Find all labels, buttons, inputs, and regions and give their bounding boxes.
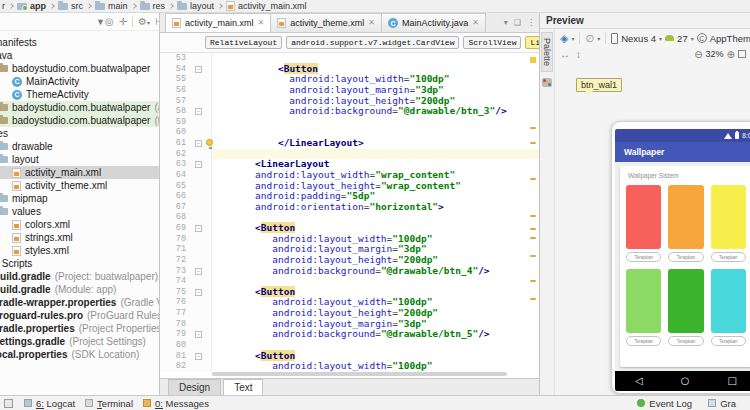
tree-item[interactable]: proguard-rules.pro(ProGuard Rules for ap… xyxy=(0,309,159,322)
code-line[interactable] xyxy=(212,340,539,351)
statusbar-item-messages[interactable]: 0: Messages xyxy=(143,398,209,409)
editor-tab[interactable]: activity_main.xml✕ xyxy=(165,13,271,32)
zoom-fit-icon[interactable] xyxy=(738,50,746,58)
code-line[interactable]: android:background="@drawable/btn_3"/> xyxy=(212,106,539,117)
tree-item[interactable]: drawable xyxy=(0,140,159,153)
code-line[interactable]: </LinearLayout> xyxy=(212,138,539,149)
breadcrumb-item[interactable]: app xyxy=(17,1,46,11)
breadcrumb-item[interactable]: main xyxy=(95,1,128,11)
tree-item[interactable]: badoystudio.com.buatwalpaper xyxy=(0,62,159,75)
tree-item[interactable]: values xyxy=(0,205,159,218)
chevron-down-icon[interactable]: ▾ xyxy=(597,35,600,42)
tree-item[interactable]: mipmap xyxy=(0,192,159,205)
orientation-layers-icon[interactable]: ◈ xyxy=(560,33,568,44)
warning-stripe-mark[interactable] xyxy=(530,178,536,180)
warning-stripe-mark[interactable] xyxy=(530,280,536,282)
tree-item[interactable]: build.gradle(Module: app) xyxy=(0,283,159,296)
tree-item[interactable]: manifests xyxy=(0,36,159,49)
code-lines[interactable]: <Button android:layout_width="100dp" and… xyxy=(212,53,539,372)
tree-item[interactable]: strings.xml xyxy=(0,231,159,244)
code-line[interactable]: android:orientation="horizontal"> xyxy=(212,202,539,213)
fold-marker-icon[interactable]: – xyxy=(195,353,202,360)
scrollbar-thumb[interactable] xyxy=(212,372,507,376)
fold-marker-icon[interactable]: – xyxy=(195,289,202,296)
warning-stripe-mark[interactable] xyxy=(530,255,536,257)
settings-gear-icon[interactable]: ⚙▾ xyxy=(138,16,150,27)
fold-marker-icon[interactable]: – xyxy=(195,331,202,338)
tree-item[interactable]: Gradle Scripts xyxy=(0,257,159,270)
palette-icon[interactable] xyxy=(542,78,552,87)
tag-breadcrumb-chip[interactable]: RelativeLayout xyxy=(205,36,282,49)
chevron-down-icon[interactable]: ▾ xyxy=(504,18,508,27)
device-phone-icon[interactable] xyxy=(611,33,618,44)
code-line[interactable]: android:layout_width="100dp" xyxy=(212,361,539,372)
code-line[interactable]: android:background="@drawable/btn_5"/> xyxy=(212,329,539,340)
warning-stripe-mark[interactable] xyxy=(530,228,536,230)
chevron-down-icon[interactable]: ▾ xyxy=(659,35,662,42)
breadcrumb-item[interactable]: res xyxy=(140,1,166,11)
file-status-marker[interactable] xyxy=(530,57,536,63)
tab-text[interactable]: Text xyxy=(223,379,263,395)
tree-item[interactable]: gradle-wrapper.properties(Gradle Version… xyxy=(0,296,159,309)
night-mode-icon[interactable]: ∅ xyxy=(585,33,594,44)
editor-tab[interactable]: activity_theme.xml✕ xyxy=(270,13,382,32)
tree-item[interactable]: badoystudio.com.buatwalpaper(androidTest… xyxy=(0,101,159,114)
tag-breadcrumb-chip[interactable]: ScrollView xyxy=(463,36,521,49)
tab-palette[interactable]: Palette xyxy=(541,32,553,72)
fold-marker-icon[interactable]: – xyxy=(195,161,202,168)
tree-item[interactable]: ThemeActivity xyxy=(0,88,159,101)
collapse-all-icon[interactable]: ✛ xyxy=(119,16,127,27)
editor-tab[interactable]: MainActivity.java✕ xyxy=(381,13,486,32)
resize-vertical-icon[interactable]: ↕ xyxy=(576,49,581,60)
breadcrumb-item[interactable]: layout xyxy=(177,1,214,11)
breadcrumb-item[interactable]: r xyxy=(2,1,5,11)
project-view-chevron-down-icon[interactable]: ▼ xyxy=(96,17,105,27)
close-icon[interactable]: ✕ xyxy=(368,19,375,27)
fold-marker-icon[interactable]: – xyxy=(195,66,202,73)
fold-marker-icon[interactable]: – xyxy=(195,140,202,147)
warning-stripe-mark[interactable] xyxy=(530,298,536,300)
theme-icon[interactable]: C xyxy=(697,33,707,43)
fold-marker-icon[interactable]: – xyxy=(195,108,202,115)
warning-stripe-mark[interactable] xyxy=(530,142,536,144)
statusbar-item-logcat[interactable]: 6: Logcat xyxy=(24,398,75,409)
tree-item[interactable]: local.properties(SDK Location) xyxy=(0,348,159,361)
split-editor-icon[interactable]: ❏ xyxy=(514,18,521,27)
api-selector[interactable]: 27 xyxy=(677,33,688,44)
statusbar-item-terminal[interactable]: Terminal xyxy=(85,398,133,409)
warning-stripe-mark[interactable] xyxy=(530,127,536,129)
tree-item[interactable]: gradle.properties(Project Properties) xyxy=(0,322,159,335)
resize-horizontal-icon[interactable]: ↔ xyxy=(560,49,570,60)
fold-marker-icon[interactable]: – xyxy=(195,268,202,275)
warning-stripe-mark[interactable] xyxy=(530,237,536,239)
tree-item[interactable]: styles.xml xyxy=(0,244,159,257)
tree-item[interactable]: badoystudio.com.buatwalpaper(test) xyxy=(0,114,159,127)
statusbar-item-event-log[interactable]: Event Log xyxy=(637,398,692,409)
tree-item[interactable]: colors.xml xyxy=(0,218,159,231)
zoom-in-icon[interactable]: ⊕ xyxy=(727,49,735,60)
tree-item[interactable]: activity_theme.xml xyxy=(0,179,159,192)
device-selector[interactable]: Nexus 4 xyxy=(621,33,656,44)
zoom-out-icon[interactable]: ⊖ xyxy=(694,49,702,60)
warning-stripe-mark[interactable] xyxy=(530,215,536,217)
chevron-down-icon[interactable]: ▾ xyxy=(571,35,574,42)
breadcrumb-item[interactable]: activity_main.xml xyxy=(226,1,307,11)
tree-item[interactable]: build.gradle(Project: buatwalpaper) xyxy=(0,270,159,283)
code-editor[interactable]: 5354–55565758–596061–6263–646566676869–7… xyxy=(160,53,539,372)
statusbar-item-gradle-console[interactable]: Gra xyxy=(708,398,736,409)
tag-breadcrumb-chip[interactable]: android.support.v7.widget.CardView xyxy=(286,36,459,49)
code-line[interactable] xyxy=(212,117,539,128)
theme-selector[interactable]: AppTheme xyxy=(710,33,750,44)
device-screen[interactable]: 8:00 Wallpaper Wallpaper Sistem Terapkan… xyxy=(615,129,750,391)
breadcrumb-item[interactable]: src xyxy=(58,1,83,11)
close-icon[interactable]: ✕ xyxy=(472,19,479,27)
tab-design[interactable]: Design xyxy=(168,379,221,395)
tool-window-corner-icon[interactable] xyxy=(4,399,13,408)
scroll-from-source-icon[interactable]: ◎ xyxy=(105,16,114,27)
tree-item[interactable]: layout xyxy=(0,153,159,166)
tree-item[interactable]: java xyxy=(0,49,159,62)
tree-item[interactable]: res xyxy=(0,127,159,140)
android-api-icon[interactable] xyxy=(665,35,674,41)
close-icon[interactable]: ✕ xyxy=(258,19,265,27)
chevron-down-icon[interactable]: ▾ xyxy=(691,35,694,42)
